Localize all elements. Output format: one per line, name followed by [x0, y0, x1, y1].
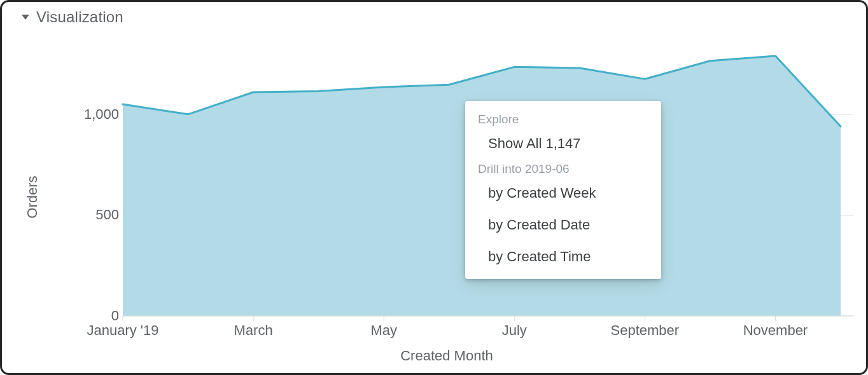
chart-area: Orders 05001,000 January '19MarchMayJuly… [40, 34, 853, 360]
drill-context-menu: Explore Show All 1,147 Drill into 2019-0… [465, 101, 661, 279]
menu-section-explore: Explore [465, 110, 661, 128]
menu-item-show-all[interactable]: Show All 1,147 [465, 128, 661, 160]
collapse-caret-icon[interactable] [21, 13, 30, 22]
menu-item-drill-date[interactable]: by Created Date [465, 209, 661, 241]
panel-title: Visualization [36, 8, 123, 26]
menu-item-drill-week[interactable]: by Created Week [465, 177, 661, 209]
visualization-panel: Visualization Orders 05001,000 January '… [0, 0, 868, 375]
menu-section-drill: Drill into 2019-06 [465, 160, 661, 177]
y-axis-label: Orders [24, 175, 41, 218]
area-chart[interactable] [40, 34, 853, 360]
panel-header[interactable]: Visualization [2, 2, 866, 26]
menu-item-drill-time[interactable]: by Created Time [465, 241, 661, 273]
